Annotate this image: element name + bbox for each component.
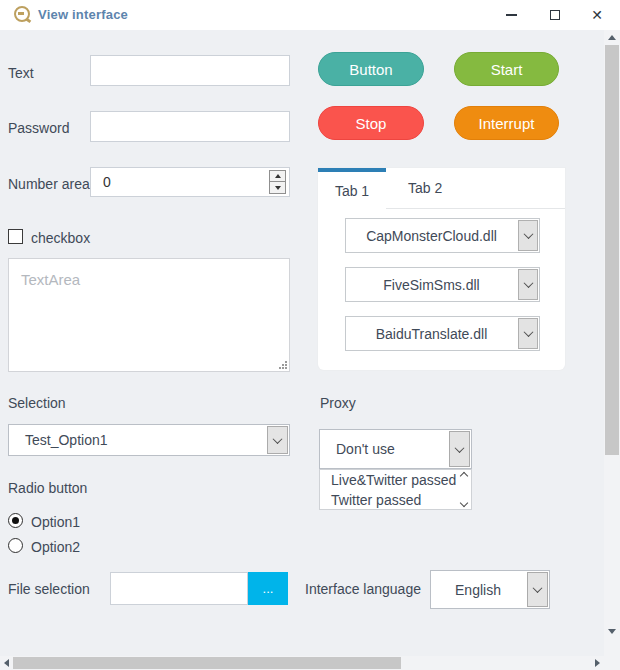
- scroll-down-icon: [608, 629, 616, 634]
- scroll-down-button[interactable]: [604, 624, 620, 639]
- radio-option1[interactable]: [8, 513, 23, 528]
- proxy-value: Don't use: [320, 430, 447, 468]
- scroll-up-icon[interactable]: [459, 472, 467, 480]
- radio-group-label: Radio button: [8, 480, 87, 496]
- browse-button[interactable]: ...: [248, 572, 288, 605]
- radio-option2[interactable]: [8, 538, 23, 553]
- close-icon: ✕: [591, 7, 603, 23]
- file-path-input[interactable]: [110, 572, 248, 605]
- app-window: View interface ✕ Text Password Number ar…: [0, 0, 620, 670]
- proxy-dropdown[interactable]: Don't use: [319, 429, 472, 469]
- chevron-down-icon: [533, 583, 543, 593]
- tab-1[interactable]: Tab 1: [318, 168, 386, 210]
- dll-dropdown-3-button[interactable]: [518, 318, 538, 349]
- selection-label: Selection: [8, 395, 66, 411]
- text-input[interactable]: [90, 55, 290, 86]
- scroll-right-button[interactable]: [591, 656, 604, 670]
- stop-button[interactable]: Stop: [318, 106, 424, 140]
- proxy-list-scrollbar[interactable]: [456, 470, 471, 509]
- scrollbar-corner: [604, 656, 620, 670]
- number-field-label: Number area: [8, 176, 90, 192]
- proxy-list-item[interactable]: Live&Twitter passed: [320, 470, 471, 490]
- text-field-label: Text: [8, 65, 34, 81]
- checkbox-input[interactable]: [8, 229, 23, 244]
- scroll-left-button[interactable]: [0, 656, 13, 670]
- language-label: Interface language: [305, 581, 421, 597]
- spin-down-button[interactable]: [270, 182, 285, 193]
- password-input[interactable]: [90, 111, 290, 142]
- scroll-right-icon: [595, 659, 600, 667]
- app-logo-icon: [14, 6, 30, 22]
- selection-dropdown-button[interactable]: [267, 426, 288, 454]
- maximize-icon: [550, 10, 560, 20]
- proxy-dropdown-button[interactable]: [449, 431, 470, 467]
- proxy-list-item[interactable]: Twitter passed: [320, 490, 471, 510]
- language-dropdown-button[interactable]: [527, 572, 548, 607]
- maximize-button[interactable]: [538, 0, 572, 30]
- close-button[interactable]: ✕: [580, 0, 614, 30]
- resize-grip-icon[interactable]: [279, 361, 287, 369]
- minimize-icon: [506, 14, 517, 16]
- minimize-button[interactable]: [494, 0, 528, 30]
- vertical-scrollbar[interactable]: [604, 30, 620, 656]
- chevron-down-icon: [455, 443, 465, 453]
- dll-dropdown-2-button[interactable]: [518, 269, 538, 300]
- textarea-input[interactable]: [8, 258, 290, 372]
- radio-option1-label: Option1: [31, 514, 80, 530]
- dll-dropdown-2-value: FiveSimSms.dll: [346, 268, 517, 301]
- number-input[interactable]: [91, 168, 261, 196]
- number-stepper: [90, 167, 290, 197]
- dll-dropdown-1[interactable]: CapMonsterCloud.dll: [345, 218, 540, 253]
- chevron-down-icon: [523, 278, 533, 288]
- language-value: English: [431, 571, 525, 608]
- file-selection-label: File selection: [8, 581, 90, 597]
- selection-value: Test_Option1: [9, 425, 265, 455]
- tab-2[interactable]: Tab 2: [386, 168, 565, 209]
- horizontal-scrollbar[interactable]: [0, 656, 604, 670]
- spin-up-button[interactable]: [270, 171, 285, 182]
- interrupt-button[interactable]: Interrupt: [454, 106, 559, 140]
- language-dropdown[interactable]: English: [430, 570, 550, 609]
- title-bar: View interface ✕: [0, 0, 620, 30]
- selection-dropdown[interactable]: Test_Option1: [8, 424, 290, 456]
- proxy-label: Proxy: [320, 395, 356, 411]
- scroll-up-button[interactable]: [604, 30, 620, 45]
- scroll-up-icon: [608, 35, 616, 40]
- dll-dropdown-1-value: CapMonsterCloud.dll: [346, 219, 517, 252]
- spinner-buttons: [269, 170, 286, 194]
- window-title: View interface: [38, 7, 128, 22]
- dll-dropdown-2[interactable]: FiveSimSms.dll: [345, 267, 540, 302]
- spin-up-icon: [275, 174, 281, 178]
- scroll-left-icon: [4, 659, 9, 667]
- spin-down-icon: [275, 186, 281, 190]
- chevron-down-icon: [523, 229, 533, 239]
- scroll-down-icon[interactable]: [459, 499, 467, 507]
- chevron-down-icon: [523, 327, 533, 337]
- horizontal-scrollbar-thumb[interactable]: [13, 657, 401, 669]
- password-field-label: Password: [8, 120, 69, 136]
- dll-dropdown-1-button[interactable]: [518, 220, 538, 251]
- dll-dropdown-3-value: BaiduTranslate.dll: [346, 317, 517, 350]
- chevron-down-icon: [273, 434, 283, 444]
- vertical-scrollbar-thumb[interactable]: [605, 45, 619, 455]
- dll-dropdown-3[interactable]: BaiduTranslate.dll: [345, 316, 540, 351]
- proxy-list[interactable]: Live&Twitter passed Twitter passed: [319, 469, 472, 510]
- start-button[interactable]: Start: [454, 52, 559, 86]
- radio-option2-label: Option2: [31, 539, 80, 555]
- checkbox-label: checkbox: [31, 230, 90, 246]
- button-generic[interactable]: Button: [318, 52, 424, 86]
